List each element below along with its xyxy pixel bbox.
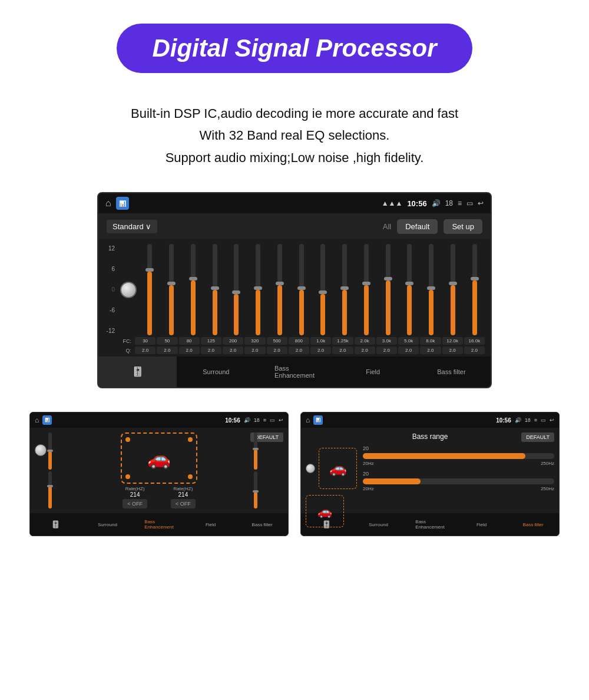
eq-slider-track-10[interactable]: [364, 244, 369, 335]
small-tab-filter-left[interactable]: Bass filter: [236, 513, 288, 536]
q-val-10: 2.0: [355, 346, 375, 354]
fc-val-13: 8.0k: [420, 337, 441, 345]
fc-values: 3050801252003205008001.0k1.25k2.0k3.0k5.…: [135, 337, 485, 345]
eq-slider-col-12[interactable]: [399, 244, 420, 335]
mini-track-r1[interactable]: [254, 432, 257, 470]
eq-slider-track-3[interactable]: [213, 244, 217, 335]
master-knob-area[interactable]: [120, 244, 137, 335]
eq-slider-col-2[interactable]: [183, 244, 204, 335]
eq-slider-track-0[interactable]: [147, 244, 152, 335]
eq-slider-col-15[interactable]: [464, 244, 485, 335]
tab-surround[interactable]: Surround: [177, 356, 255, 387]
eq-slider-col-0[interactable]: [140, 244, 160, 335]
eq-slider-track-9[interactable]: [342, 244, 347, 335]
small-menu-left: ≡: [263, 417, 266, 423]
back-icon: ↩: [478, 199, 484, 207]
fc-label: FC:: [104, 338, 135, 344]
eq-slider-track-4[interactable]: [234, 244, 239, 335]
surround-panel: DEFAULT: [30, 428, 288, 513]
off-btn-left[interactable]: < OFF: [123, 499, 147, 509]
eq-slider-track-7[interactable]: [299, 244, 304, 335]
q-val-7: 2.0: [289, 346, 309, 354]
bass-default-btn[interactable]: DEFAULT: [521, 432, 554, 442]
mini-track-l2[interactable]: [48, 471, 52, 509]
eq-slider-track-8[interactable]: [320, 244, 325, 335]
eq-slider-track-11[interactable]: [386, 244, 391, 335]
mini-track-l1[interactable]: [48, 432, 52, 470]
bass-range-label-bot: 20: [363, 471, 554, 477]
rate-box-left: Rate(HZ) 214 < OFF: [123, 486, 147, 509]
small-tab-eq-left[interactable]: 🎚️: [30, 513, 82, 536]
eq-slider-track-1[interactable]: [169, 244, 174, 335]
eq-slider-col-9[interactable]: [335, 244, 355, 335]
small-tab-surround-left[interactable]: Surround: [82, 513, 134, 536]
menu-icon: ≡: [458, 199, 462, 207]
small-app-icon-left: 📊: [42, 415, 52, 425]
eq-slider-col-4[interactable]: [226, 244, 247, 335]
status-icons: ▲▲▲: [382, 199, 403, 207]
surround-sliders-left: [35, 432, 64, 509]
tab-bass-enhancement[interactable]: BassEnhancement: [255, 356, 333, 387]
q-val-12: 2.0: [398, 346, 419, 354]
eq-labels-left: 12 6 0 -6 -12: [104, 244, 117, 335]
surround-knob[interactable]: [35, 444, 47, 456]
mini-track-r2[interactable]: [254, 471, 257, 509]
bass-enh-tab-label: BassEnhancement: [274, 365, 315, 379]
eq-slider-col-13[interactable]: [421, 244, 442, 335]
signal-icon: ▲▲▲: [382, 199, 403, 207]
q-val-14: 2.0: [442, 346, 463, 354]
q-row: Q: 2.02.02.02.02.02.02.02.02.02.02.02.02…: [104, 346, 485, 354]
bass-track-1[interactable]: [363, 453, 554, 459]
desc-line2: With 32 Band real EQ selections.: [131, 124, 458, 146]
eq-slider-track-6[interactable]: [277, 244, 282, 335]
bass-hz-row-2: 20Hz 250Hz: [363, 486, 554, 491]
eq-slider-col-11[interactable]: [378, 244, 398, 335]
default-button[interactable]: Default: [397, 219, 438, 234]
bass-car-row2: 🚗: [306, 495, 554, 527]
speaker-dot-tr: [188, 437, 193, 442]
bass-track-2[interactable]: [363, 478, 554, 484]
small-eq-icon-left: 🎚️: [51, 520, 60, 529]
eq-toolbar: Standard ∨ All Default Set up: [98, 213, 491, 239]
q-val-8: 2.0: [310, 346, 331, 354]
eq-slider-col-10[interactable]: [356, 244, 377, 335]
eq-slider-col-8[interactable]: [313, 244, 333, 335]
preset-dropdown[interactable]: Standard ∨: [107, 220, 157, 233]
eq-slider-col-3[interactable]: [204, 244, 225, 335]
eq-slider-col-5[interactable]: [248, 244, 269, 335]
small-status-bar-left: ⌂ 📊 10:56 🔊 18 ≡ ▭ ↩: [30, 412, 288, 428]
status-bar: ⌂ 📊 ▲▲▲ 10:56 🔊 18 ≡ ▭ ↩: [98, 193, 491, 213]
fc-val-2: 80: [179, 337, 200, 345]
small-tab-field-left[interactable]: Field: [185, 513, 237, 536]
eq-slider-track-5[interactable]: [256, 244, 260, 335]
tab-bass-filter[interactable]: Bass filter: [412, 356, 491, 387]
fc-val-0: 30: [135, 337, 155, 345]
q-val-1: 2.0: [157, 346, 177, 354]
fc-val-15: 16.0k: [464, 337, 485, 345]
surround-sliders-right: [254, 432, 283, 509]
eq-slider-track-13[interactable]: [429, 244, 434, 335]
eq-area: 12 6 0 -6 -12 FC: 3050801252003205008001…: [98, 239, 491, 356]
eq-slider-track-14[interactable]: [451, 244, 455, 335]
eq-slider-col-6[interactable]: [270, 244, 290, 335]
small-dsp-left: ⌂ 📊 10:56 🔊 18 ≡ ▭ ↩ DEFAULT: [29, 412, 289, 536]
bass-knob[interactable]: [306, 464, 315, 473]
tab-eq[interactable]: 🎚️: [98, 356, 177, 387]
eq-slider-track-12[interactable]: [407, 244, 412, 335]
master-knob[interactable]: [120, 282, 137, 298]
eq-slider-track-15[interactable]: [472, 244, 477, 335]
eq-slider-col-7[interactable]: [291, 244, 312, 335]
eq-slider-col-14[interactable]: [443, 244, 464, 335]
small-tab-bass-enh-left[interactable]: BassEnhancement: [133, 513, 185, 536]
off-btn-right[interactable]: < OFF: [171, 499, 196, 509]
eq-slider-track-2[interactable]: [191, 244, 196, 335]
fc-val-10: 2.0k: [355, 337, 375, 345]
bass-car: 🚗: [319, 448, 357, 489]
setup-button[interactable]: Set up: [444, 219, 482, 234]
q-val-4: 2.0: [223, 346, 243, 354]
small-screenshots-row: ⌂ 📊 10:56 🔊 18 ≡ ▭ ↩ DEFAULT: [29, 412, 560, 536]
small-menu-right: ≡: [534, 417, 537, 423]
tab-field[interactable]: Field: [334, 356, 412, 387]
eq-slider-col-1[interactable]: [161, 244, 182, 335]
fc-val-1: 50: [157, 337, 177, 345]
